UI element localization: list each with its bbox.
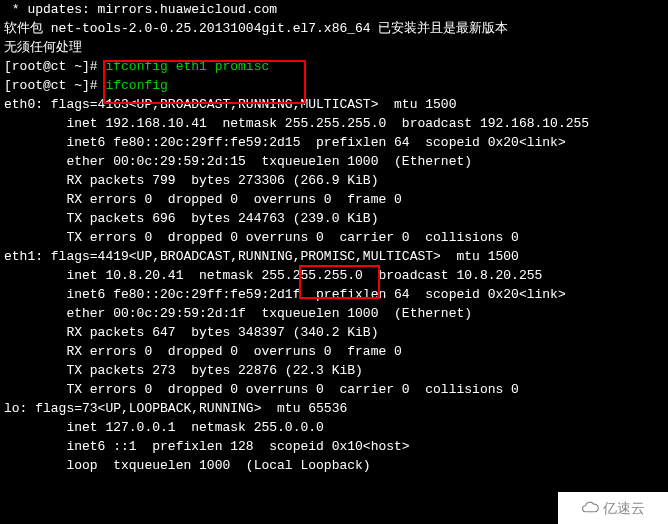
terminal-line: TX packets 273 bytes 22876 (22.3 KiB): [4, 361, 664, 380]
watermark: 亿速云: [558, 492, 668, 524]
terminal-line: ether 00:0c:29:59:2d:1f txqueuelen 1000 …: [4, 304, 664, 323]
shell-command: ifconfig eth1 promisc: [105, 59, 269, 74]
terminal-line: eth0: flags=4163<UP,BROADCAST,RUNNING,MU…: [4, 95, 664, 114]
terminal-output[interactable]: * updates: mirrors.huaweicloud.com软件包 ne…: [0, 0, 668, 475]
terminal-line: inet6 ::1 prefixlen 128 scopeid 0x10<hos…: [4, 437, 664, 456]
shell-prompt: [root@ct ~]#: [4, 78, 105, 93]
terminal-line: inet6 fe80::20c:29ff:fe59:2d15 prefixlen…: [4, 133, 664, 152]
terminal-line: loop txqueuelen 1000 (Local Loopback): [4, 456, 664, 475]
terminal-line: RX packets 647 bytes 348397 (340.2 KiB): [4, 323, 664, 342]
terminal-line: lo: flags=73<UP,LOOPBACK,RUNNING> mtu 65…: [4, 399, 664, 418]
watermark-text: 亿速云: [603, 499, 645, 518]
terminal-line: inet 192.168.10.41 netmask 255.255.255.0…: [4, 114, 664, 133]
terminal-line: RX packets 799 bytes 273306 (266.9 KiB): [4, 171, 664, 190]
terminal-line: TX errors 0 dropped 0 overruns 0 carrier…: [4, 380, 664, 399]
terminal-line: inet 10.8.20.41 netmask 255.255.255.0 br…: [4, 266, 664, 285]
terminal-line: TX packets 696 bytes 244763 (239.0 KiB): [4, 209, 664, 228]
shell-prompt: [root@ct ~]#: [4, 59, 105, 74]
terminal-line: inet6 fe80::20c:29ff:fe59:2d1f prefixlen…: [4, 285, 664, 304]
terminal-line: RX errors 0 dropped 0 overruns 0 frame 0: [4, 190, 664, 209]
terminal-line: eth1: flags=4419<UP,BROADCAST,RUNNING,PR…: [4, 247, 664, 266]
terminal-line: inet 127.0.0.1 netmask 255.0.0.0: [4, 418, 664, 437]
terminal-line: [root@ct ~]# ifconfig eth1 promisc: [4, 57, 664, 76]
shell-command: ifconfig: [105, 78, 167, 93]
terminal-line: 软件包 net-tools-2.0-0.25.20131004git.el7.x…: [4, 19, 664, 38]
terminal-line: * updates: mirrors.huaweicloud.com: [4, 0, 664, 19]
terminal-line: 无须任何处理: [4, 38, 664, 57]
cloud-icon: [581, 501, 599, 515]
terminal-line: [root@ct ~]# ifconfig: [4, 76, 664, 95]
terminal-line: ether 00:0c:29:59:2d:15 txqueuelen 1000 …: [4, 152, 664, 171]
terminal-line: TX errors 0 dropped 0 overruns 0 carrier…: [4, 228, 664, 247]
terminal-line: RX errors 0 dropped 0 overruns 0 frame 0: [4, 342, 664, 361]
